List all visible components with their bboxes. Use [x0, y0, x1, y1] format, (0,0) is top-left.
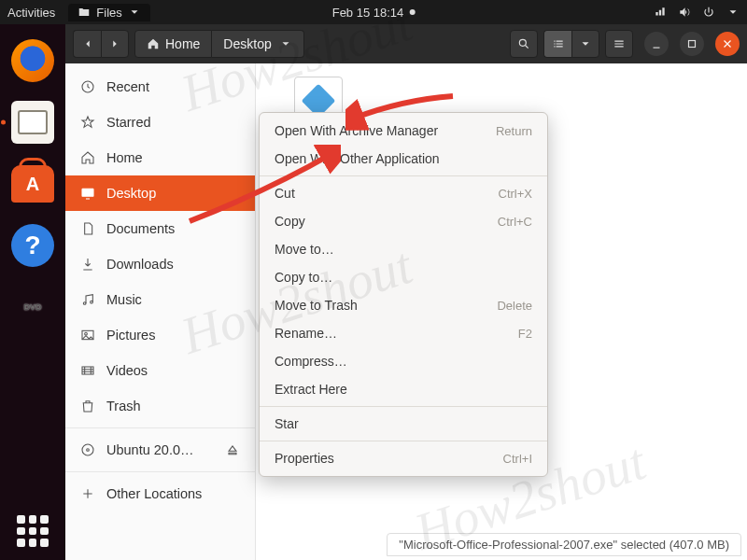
sidebar-item-music[interactable]: Music	[65, 282, 255, 317]
svg-point-10	[87, 449, 90, 452]
ubuntu-dock: A ? DVD	[0, 24, 65, 560]
ctx-open-with-other[interactable]: Open With Other Application	[260, 145, 547, 173]
svg-point-5	[91, 301, 93, 303]
ctx-rename[interactable]: Rename…F2	[260, 319, 547, 347]
sidebar-item-videos[interactable]: Videos	[65, 353, 255, 388]
ctx-copy-to[interactable]: Copy to…	[260, 263, 547, 291]
ctx-move-to[interactable]: Move to…	[260, 235, 547, 263]
view-dropdown-button[interactable]	[571, 30, 599, 58]
ctx-extract-here[interactable]: Extract Here	[260, 375, 547, 403]
svg-rect-3	[82, 189, 93, 196]
ctx-open-archive-manager[interactable]: Open With Archive ManagerReturn	[260, 117, 547, 145]
svg-point-7	[85, 332, 88, 335]
sidebar-item-starred[interactable]: Starred	[65, 105, 255, 140]
forward-button[interactable]	[101, 30, 129, 58]
maximize-button[interactable]	[680, 32, 704, 56]
sidebar-item-ubuntu-disc[interactable]: Ubuntu 20.0…	[65, 432, 255, 468]
svg-rect-8	[82, 367, 93, 374]
ctx-move-to-trash[interactable]: Move to TrashDelete	[260, 291, 547, 319]
context-menu: Open With Archive ManagerReturn Open Wit…	[259, 112, 548, 477]
system-status-area[interactable]	[654, 6, 740, 19]
dock-dvd[interactable]: DVD	[9, 284, 56, 330]
sidebar-item-pictures[interactable]: Pictures	[65, 317, 255, 353]
power-icon	[702, 6, 715, 19]
search-button[interactable]	[510, 30, 538, 58]
header-bar: Home Desktop	[65, 24, 747, 63]
close-button[interactable]	[715, 32, 740, 56]
software-icon: A	[11, 165, 54, 203]
hamburger-menu-button[interactable]	[605, 30, 633, 58]
app-menu-files[interactable]: Files	[68, 4, 149, 21]
help-icon: ?	[11, 224, 54, 267]
clock[interactable]: Feb 15 18:14	[332, 6, 416, 20]
places-sidebar: Recent Starred Home Desktop Documents Do…	[65, 63, 256, 560]
gnome-top-panel: Activities Files Feb 15 18:14	[0, 0, 747, 24]
firefox-icon	[11, 39, 54, 82]
activities-button[interactable]: Activities	[7, 6, 55, 20]
path-bar: Home Desktop	[134, 30, 304, 58]
files-icon	[11, 101, 54, 144]
ctx-properties[interactable]: PropertiesCtrl+I	[260, 444, 547, 472]
sidebar-item-desktop[interactable]: Desktop	[65, 175, 255, 211]
sidebar-item-other-locations[interactable]: Other Locations	[65, 476, 255, 511]
svg-point-9	[82, 444, 93, 455]
status-bar: "Microsoft-Office-Professional-2007.exe"…	[387, 533, 741, 556]
dock-files[interactable]	[9, 99, 56, 146]
view-list-button[interactable]	[543, 30, 571, 58]
svg-point-0	[519, 39, 526, 46]
sidebar-item-downloads[interactable]: Downloads	[65, 246, 255, 282]
eject-icon[interactable]	[225, 442, 240, 457]
show-applications[interactable]	[0, 515, 65, 547]
chevron-down-icon	[726, 6, 740, 19]
sidebar-item-home[interactable]: Home	[65, 140, 255, 175]
volume-icon	[678, 6, 691, 19]
sidebar-item-recent[interactable]: Recent	[65, 69, 255, 105]
ctx-cut[interactable]: CutCtrl+X	[260, 179, 547, 207]
path-segment-home[interactable]: Home	[134, 30, 212, 58]
dock-software[interactable]: A	[9, 161, 56, 207]
back-button[interactable]	[73, 30, 101, 58]
network-icon	[654, 6, 667, 19]
path-segment-desktop[interactable]: Desktop	[212, 30, 303, 58]
ctx-compress[interactable]: Compress…	[260, 347, 547, 375]
dvd-icon: DVD	[11, 286, 54, 329]
dock-help[interactable]: ?	[9, 222, 56, 269]
ctx-star[interactable]: Star	[260, 410, 547, 438]
svg-point-4	[83, 302, 86, 305]
dock-firefox[interactable]	[9, 37, 56, 84]
sidebar-item-documents[interactable]: Documents	[65, 211, 255, 246]
ctx-copy[interactable]: CopyCtrl+C	[260, 207, 547, 235]
sidebar-item-trash[interactable]: Trash	[65, 388, 255, 424]
minimize-button[interactable]	[644, 32, 669, 56]
svg-rect-1	[689, 41, 696, 48]
